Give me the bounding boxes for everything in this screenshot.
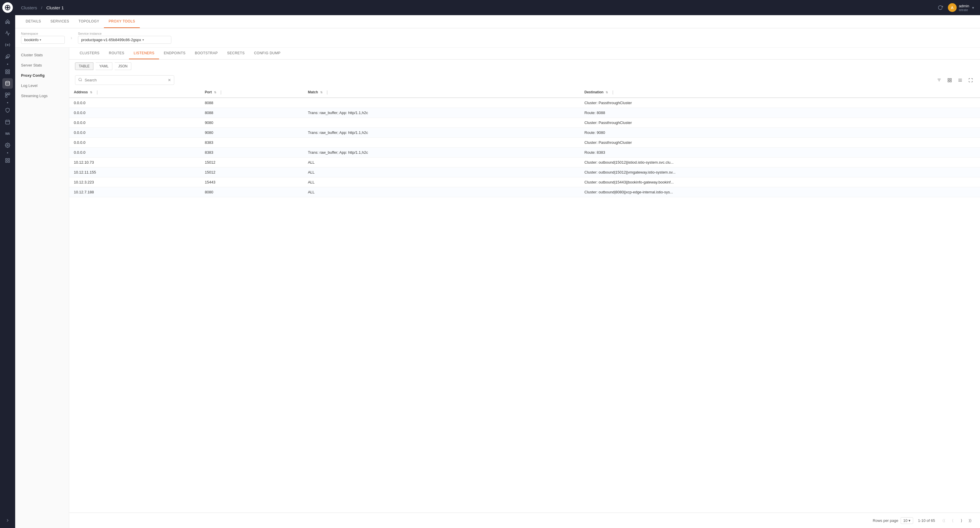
resize-match[interactable] xyxy=(326,91,328,94)
inner-tab-secrets[interactable]: SECRETS xyxy=(223,48,249,59)
sort-icon-address: ⇅ xyxy=(90,91,92,94)
tab-topology[interactable]: TOPOLOGY xyxy=(74,15,104,28)
cell-port: 8383 xyxy=(200,137,303,147)
rows-per-page-select[interactable]: 10 ▾ xyxy=(900,517,913,524)
list-view-icon-btn[interactable] xyxy=(957,77,964,84)
table-wrap: Address ⇅ Port ⇅ Match ⇅ xyxy=(69,87,980,512)
search-input-wrap[interactable]: ✕ xyxy=(75,75,174,85)
listeners-table: Address ⇅ Port ⇅ Match ⇅ xyxy=(69,87,980,197)
sub-sidebar-cluster-stats[interactable]: Cluster Stats xyxy=(15,50,69,60)
namespace-arrow: ▾ xyxy=(40,38,41,41)
sidebar-item-security[interactable] xyxy=(2,105,13,116)
view-yaml-btn[interactable]: YAML xyxy=(96,62,112,70)
sidebar-item-policies[interactable] xyxy=(2,117,13,127)
rows-per-page-value: 10 xyxy=(903,518,907,523)
svg-rect-21 xyxy=(8,161,10,162)
grid-view-icon-btn[interactable] xyxy=(946,77,953,84)
rows-per-page-label: Rows per page xyxy=(873,518,898,523)
search-input[interactable] xyxy=(84,78,165,82)
sidebar-item-settings[interactable] xyxy=(2,140,13,151)
page-next-btn[interactable]: ⟩ xyxy=(957,516,966,525)
col-header-destination[interactable]: Destination ⇅ xyxy=(580,87,980,98)
col-header-port[interactable]: Port ⇅ xyxy=(200,87,303,98)
tab-services[interactable]: SERVICES xyxy=(46,15,74,28)
sidebar-item-extensions[interactable] xyxy=(2,51,13,62)
cell-match xyxy=(303,118,580,127)
namespace-value: bookinfo xyxy=(24,38,38,42)
resize-address[interactable] xyxy=(96,91,97,94)
cell-destination: Cluster: PassthroughCluster xyxy=(580,98,980,108)
sub-sidebar-proxy-config[interactable]: Proxy Config xyxy=(15,70,69,81)
inner-tab-routes[interactable]: ROUTES xyxy=(104,48,129,59)
cell-port: 15012 xyxy=(200,167,303,177)
content-area: DETAILS SERVICES TOPOLOGY PROXY TOOLS Na… xyxy=(15,15,980,528)
sub-sidebar-server-stats[interactable]: Server Stats xyxy=(15,60,69,70)
sort-icon-match: ⇅ xyxy=(320,91,323,94)
namespace-select[interactable]: bookinfo ▾ xyxy=(21,36,65,44)
expand-icon-btn[interactable] xyxy=(967,77,974,84)
resize-port[interactable] xyxy=(220,91,221,94)
sidebar-item-services[interactable] xyxy=(2,40,13,50)
sidebar-dot-2 xyxy=(7,102,8,103)
sidebar-item-observability[interactable] xyxy=(2,28,13,38)
view-json-btn[interactable]: JSON xyxy=(115,62,131,70)
user-avatar: A xyxy=(948,3,957,12)
cell-port: 8080 xyxy=(200,187,303,197)
table-row: 10.12.11.155 15012 ALL Cluster: outbound… xyxy=(69,167,980,177)
svg-point-2 xyxy=(7,45,8,46)
sort-icon-port: ⇅ xyxy=(214,91,216,94)
rows-per-page: Rows per page 10 ▾ xyxy=(873,517,913,524)
sub-sidebar-log-level[interactable]: Log Level xyxy=(15,81,69,91)
table-row: 0.0.0.0 9080 Trans: raw_buffer; App: htt… xyxy=(69,127,980,137)
sidebar-item-home[interactable] xyxy=(2,16,13,27)
sub-sidebar-streaming-logs[interactable]: Streaming Logs xyxy=(15,91,69,101)
sidebar-item-clusters[interactable] xyxy=(2,78,13,89)
user-name-text: admin xyxy=(959,4,969,8)
page-last-btn[interactable]: ⟩⟩ xyxy=(966,516,974,525)
sidebar-expand-btn[interactable] xyxy=(2,515,13,526)
inner-tab-bootstrap[interactable]: BOOTSTRAP xyxy=(190,48,223,59)
table-row: 0.0.0.0 8088 Trans: raw_buffer; App: htt… xyxy=(69,108,980,118)
filter-icon-btn[interactable] xyxy=(935,77,943,84)
user-menu-button[interactable]: A admin tetrate ▾ xyxy=(948,3,974,12)
inner-tab-endpoints[interactable]: ENDPOINTS xyxy=(159,48,190,59)
sidebar-item-wasm[interactable]: WA xyxy=(2,128,13,139)
cell-match: ALL xyxy=(303,177,580,187)
col-header-match[interactable]: Match ⇅ xyxy=(303,87,580,98)
breadcrumb-parent[interactable]: Clusters xyxy=(21,5,37,10)
tab-details[interactable]: DETAILS xyxy=(21,15,46,28)
sidebar-item-infrastructure[interactable] xyxy=(2,67,13,77)
service-select[interactable]: productpage-v1-65b8499c86-2gspx ▾ xyxy=(78,36,171,44)
sub-layout: Cluster Stats Server Stats Proxy Config … xyxy=(15,48,980,528)
user-org-text: tetrate xyxy=(959,8,969,12)
inner-tab-listeners[interactable]: LISTENERS xyxy=(129,48,159,59)
cell-port: 15012 xyxy=(200,157,303,167)
cell-address: 0.0.0.0 xyxy=(69,98,200,108)
sidebar-item-dashboards[interactable] xyxy=(2,155,13,166)
col-header-address[interactable]: Address ⇅ xyxy=(69,87,200,98)
service-arrow: ▾ xyxy=(142,38,144,41)
cell-port: 9080 xyxy=(200,127,303,137)
table-row: 10.12.7.188 8080 ALL Cluster: outbound|8… xyxy=(69,187,980,197)
search-clear-icon[interactable]: ✕ xyxy=(168,78,171,82)
view-table-btn[interactable]: TABLE xyxy=(75,62,93,70)
cell-destination: Cluster: PassthroughCluster xyxy=(580,137,980,147)
cell-port: 8088 xyxy=(200,108,303,118)
cell-destination: Cluster: outbound|8080||xcp-edge-interna… xyxy=(580,187,980,197)
cell-address: 0.0.0.0 xyxy=(69,127,200,137)
page-first-btn[interactable]: ⟨⟨ xyxy=(940,516,948,525)
main-panel: CLUSTERS ROUTES LISTENERS ENDPOINTS BOOT… xyxy=(69,48,980,528)
inner-tab-clusters[interactable]: CLUSTERS xyxy=(75,48,104,59)
page-prev-btn[interactable]: ⟨ xyxy=(948,516,957,525)
inner-tab-config-dump[interactable]: CONFIG DUMP xyxy=(249,48,285,59)
cell-match: ALL xyxy=(303,167,580,177)
app-logo[interactable] xyxy=(2,2,13,13)
resize-destination[interactable] xyxy=(611,91,613,94)
svg-rect-5 xyxy=(6,70,7,71)
search-bar: ✕ xyxy=(69,73,980,87)
refresh-button[interactable] xyxy=(936,3,944,12)
cell-address: 0.0.0.0 xyxy=(69,137,200,147)
sidebar-item-networking[interactable] xyxy=(2,90,13,100)
svg-rect-13 xyxy=(6,120,10,124)
tab-proxy-tools[interactable]: PROXY TOOLS xyxy=(104,15,140,28)
